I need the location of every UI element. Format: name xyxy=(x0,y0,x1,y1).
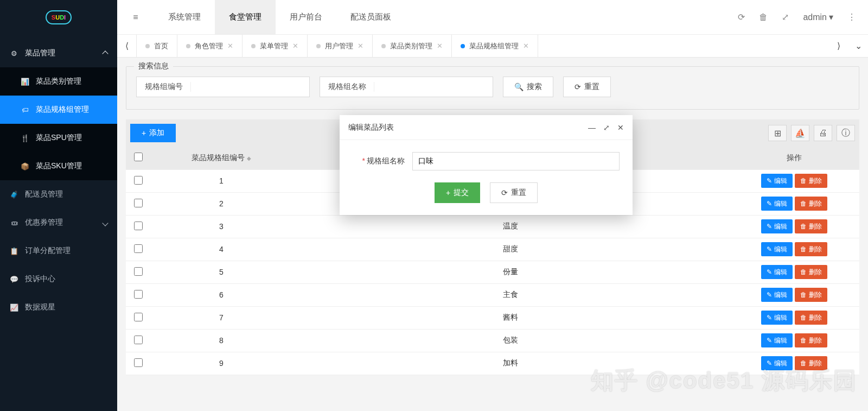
edit-button[interactable]: ✎ 编辑 xyxy=(761,265,793,279)
tab[interactable]: 菜品类别管理✕ xyxy=(372,35,452,57)
tabs-scroll-left[interactable]: ⟨ xyxy=(117,41,137,51)
row-checkbox[interactable] xyxy=(134,244,143,253)
topnav-item[interactable]: 配送员面板 xyxy=(336,0,405,34)
topnav-item[interactable]: 系统管理 xyxy=(154,0,215,34)
col-ops-header: 操作 xyxy=(729,147,859,169)
edit-button[interactable]: ✎ 编辑 xyxy=(761,242,793,256)
tab[interactable]: 菜品规格组管理✕ xyxy=(451,35,538,57)
topnav-item[interactable]: 用户前台 xyxy=(276,0,336,34)
tab[interactable]: 首页 xyxy=(136,35,177,57)
modal-field-input[interactable] xyxy=(412,152,620,170)
modal-submit-button[interactable]: + 提交 xyxy=(435,182,480,203)
edit-button[interactable]: ✎ 编辑 xyxy=(761,219,793,233)
row-checkbox[interactable] xyxy=(134,290,143,299)
delete-button[interactable]: 🗑 删除 xyxy=(795,242,827,256)
toolbar-icon[interactable]: ⊞ xyxy=(768,125,787,141)
row-checkbox[interactable] xyxy=(134,267,143,276)
chevron-down-icon: ▾ xyxy=(829,12,833,22)
delete-button[interactable]: 🗑 删除 xyxy=(795,356,827,370)
tab-close-icon[interactable]: ✕ xyxy=(523,42,529,50)
delete-button[interactable]: 🗑 删除 xyxy=(795,174,827,188)
tab[interactable]: 用户管理✕ xyxy=(307,35,373,57)
tab-close-icon[interactable]: ✕ xyxy=(437,42,443,50)
sidebar-item[interactable]: 🏷菜品规格组管理 xyxy=(0,96,117,124)
tab-close-icon[interactable]: ✕ xyxy=(358,42,363,50)
sidebar-item[interactable]: 🧳配送员管理 xyxy=(0,180,117,208)
delete-button[interactable]: 🗑 删除 xyxy=(795,197,827,211)
toolbar-icon[interactable]: ⓘ xyxy=(837,125,855,141)
tabs-scroll-right[interactable]: ⟩ xyxy=(829,41,848,51)
menu-group-dish[interactable]: ⚙ 菜品管理 xyxy=(0,39,117,67)
row-checkbox[interactable] xyxy=(134,336,143,344)
modal-max-icon[interactable]: ⤢ xyxy=(603,123,610,132)
refresh-icon[interactable]: ⟳ xyxy=(738,12,745,22)
topbar-actions: ⟳ 🗑 ⤢ admin ▾ ⋮ xyxy=(738,12,868,22)
delete-button[interactable]: 🗑 删除 xyxy=(795,288,827,302)
tab[interactable]: 菜单管理✕ xyxy=(242,35,308,57)
topnav-item[interactable]: 食堂管理 xyxy=(215,0,276,34)
edit-button[interactable]: ✎ 编辑 xyxy=(761,356,793,370)
sidebar-item[interactable]: 💬投诉中心 xyxy=(0,265,117,293)
sidebar-item[interactable]: 📦菜品SKU管理 xyxy=(0,152,117,180)
row-checkbox[interactable] xyxy=(134,199,143,207)
row-checkbox[interactable] xyxy=(134,176,143,185)
pencil-icon: ✎ xyxy=(767,314,772,321)
menu-icon: 🧳 xyxy=(10,190,18,199)
tab-dot-icon xyxy=(186,44,190,48)
pencil-icon: ✎ xyxy=(767,245,772,253)
modal-header[interactable]: 编辑菜品列表 — ⤢ ✕ xyxy=(340,115,633,140)
edit-button[interactable]: ✎ 编辑 xyxy=(761,174,793,188)
search-name-input[interactable] xyxy=(374,83,493,91)
trash-icon[interactable]: 🗑 xyxy=(759,12,768,22)
row-checkbox[interactable] xyxy=(134,222,143,230)
modal-reset-button[interactable]: ⟳ 重置 xyxy=(490,182,538,203)
search-code-field[interactable]: 规格组编号 xyxy=(136,77,310,97)
topbar: ≡ 系统管理食堂管理用户前台配送员面板 ⟳ 🗑 ⤢ admin ▾ ⋮ xyxy=(117,0,868,35)
more-icon[interactable]: ⋮ xyxy=(847,12,856,22)
search-name-field[interactable]: 规格组名称 xyxy=(320,77,493,97)
edit-button[interactable]: ✎ 编辑 xyxy=(761,288,793,302)
sidebar-item[interactable]: 🎟优惠券管理 xyxy=(0,208,117,237)
select-all-checkbox[interactable] xyxy=(134,153,143,161)
search-code-input[interactable] xyxy=(191,83,309,91)
user-menu[interactable]: admin ▾ xyxy=(803,12,833,22)
add-button[interactable]: + 添加 xyxy=(130,124,176,142)
collapse-sidebar-button[interactable]: ≡ xyxy=(117,12,154,22)
table-row: 5份量✎ 编辑 🗑 删除 xyxy=(126,261,859,283)
cell-ops: ✎ 编辑 🗑 删除 xyxy=(729,238,859,261)
cell-name: 甜度 xyxy=(292,238,729,261)
reset-button[interactable]: ⟳ 重置 xyxy=(563,77,611,97)
tab[interactable]: 角色管理✕ xyxy=(177,35,242,57)
row-checkbox[interactable] xyxy=(134,358,143,367)
tabs-dropdown[interactable]: ⌄ xyxy=(848,41,868,51)
trash-icon: 🗑 xyxy=(800,337,807,344)
tab-close-icon[interactable]: ✕ xyxy=(227,42,233,50)
cell-name: 主食 xyxy=(292,283,729,306)
delete-button[interactable]: 🗑 删除 xyxy=(795,265,827,279)
table-row: 6主食✎ 编辑 🗑 删除 xyxy=(126,283,859,306)
modal-min-icon[interactable]: — xyxy=(588,123,596,132)
col-id-header[interactable]: 菜品规格组编号◆ xyxy=(151,147,292,169)
toolbar-icon[interactable]: 🖨 xyxy=(814,125,832,141)
row-checkbox[interactable] xyxy=(134,313,143,321)
pencil-icon: ✎ xyxy=(767,177,772,185)
modal-close-icon[interactable]: ✕ xyxy=(617,123,624,132)
search-button[interactable]: 🔍 搜索 xyxy=(503,77,553,97)
edit-button[interactable]: ✎ 编辑 xyxy=(761,197,793,211)
toolbar-icon[interactable]: ⛵ xyxy=(791,125,809,141)
fullscreen-icon[interactable]: ⤢ xyxy=(782,12,789,22)
reset-icon: ⟳ xyxy=(575,83,581,91)
sidebar-item[interactable]: 📈数据观星 xyxy=(0,293,117,321)
delete-button[interactable]: 🗑 删除 xyxy=(795,219,827,233)
sidebar-item[interactable]: 📋订单分配管理 xyxy=(0,237,117,265)
tab-dot-icon xyxy=(316,44,321,48)
sidebar-item[interactable]: 📊菜品类别管理 xyxy=(0,67,117,96)
delete-button[interactable]: 🗑 删除 xyxy=(795,311,827,325)
cell-ops: ✎ 编辑 🗑 删除 xyxy=(729,306,859,329)
edit-button[interactable]: ✎ 编辑 xyxy=(761,333,793,347)
reset-icon: ⟳ xyxy=(501,188,508,197)
edit-button[interactable]: ✎ 编辑 xyxy=(761,311,793,325)
sidebar-item[interactable]: 🍴菜品SPU管理 xyxy=(0,124,117,152)
delete-button[interactable]: 🗑 删除 xyxy=(795,333,827,347)
tab-close-icon[interactable]: ✕ xyxy=(292,42,298,50)
